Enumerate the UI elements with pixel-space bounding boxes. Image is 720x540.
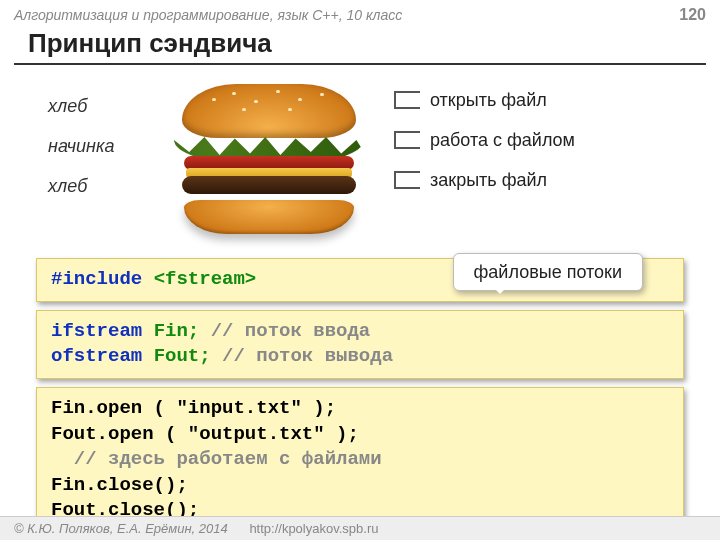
sandwich-diagram: хлеб начинка хлеб открыть файл работа с … — [14, 75, 706, 250]
label-filling: начинка — [48, 137, 114, 155]
bracket-icon — [394, 171, 420, 189]
slide-header: Алгоритмизация и программирование, язык … — [0, 0, 720, 24]
code-token: Fout; — [154, 345, 222, 367]
code-token: ofstream — [51, 345, 154, 367]
code-open-close: Fin.open ( "input.txt" ); Fout.open ( "o… — [36, 387, 684, 533]
sandwich-left-labels: хлеб начинка хлеб — [48, 97, 114, 217]
bun-top-icon — [182, 84, 356, 138]
page-number: 120 — [679, 6, 706, 24]
slide-footer: © К.Ю. Поляков, Е.А. Ерёмин, 2014 http:/… — [0, 516, 720, 540]
sandwich-right-labels: открыть файл работа с файлом закрыть фай… — [394, 91, 575, 211]
code-token: <fstream> — [154, 268, 257, 290]
label-work-file: работа с файлом — [430, 131, 575, 149]
code-streams: ifstream Fin; // поток ввода ofstream Fo… — [36, 310, 684, 379]
code-comment: // поток вывода — [222, 345, 393, 367]
code-token: ifstream — [51, 320, 154, 342]
burger-illustration — [164, 80, 374, 240]
patty-icon — [182, 176, 356, 194]
code-line: Fout.open ( "output.txt" ); — [51, 422, 669, 448]
label-bread-bottom: хлеб — [48, 177, 114, 195]
slide-title: Принцип сэндвича — [0, 24, 720, 61]
label-bread-top: хлеб — [48, 97, 114, 115]
code-comment: // поток ввода — [211, 320, 371, 342]
title-rule — [14, 63, 706, 65]
bracket-icon — [394, 131, 420, 149]
label-open-file: открыть файл — [430, 91, 547, 109]
course-name: Алгоритмизация и программирование, язык … — [14, 7, 402, 23]
bracket-icon — [394, 91, 420, 109]
code-line: Fin.open ( "input.txt" ); — [51, 396, 669, 422]
code-line: Fin.close(); — [51, 473, 669, 499]
label-close-file: закрыть файл — [430, 171, 547, 189]
callout-file-streams: файловые потоки — [453, 253, 643, 291]
code-token: #include — [51, 268, 154, 290]
footer-url: http://kpolyakov.spb.ru — [249, 521, 378, 536]
code-include: #include <fstream> файловые потоки — [36, 258, 684, 302]
code-comment: // здесь работаем с файлами — [51, 447, 669, 473]
copyright-text: © К.Ю. Поляков, Е.А. Ерёмин, 2014 — [14, 521, 228, 536]
bun-bottom-icon — [184, 200, 354, 234]
code-token: Fin; — [154, 320, 211, 342]
